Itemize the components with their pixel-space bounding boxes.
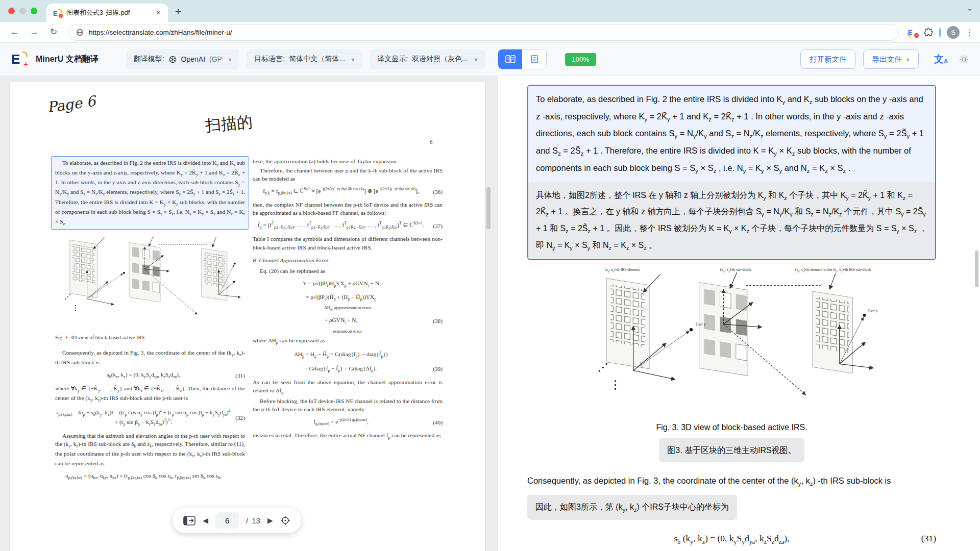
dual-pane-icon: [505, 55, 516, 63]
export-file-button[interactable]: 导出文件 ∨: [863, 49, 919, 69]
paper-para: Before blocking, the IoT device-IRS NF c…: [253, 397, 443, 413]
paper-para: As can be seen from the above equation, …: [253, 378, 443, 396]
model-label: 翻译模型:: [134, 55, 164, 64]
equation-31-body: sb (ky, kz) = (0, kySydya, kzSzdza),: [674, 533, 790, 543]
paper-equation: Y = ρ√(βPt)HpVXp + ρGVNi + N: [253, 279, 443, 289]
source-text-english: To elaborate, as described in Fig. 2 the…: [528, 86, 935, 182]
app-toolbar: E+ MinerU 文档翻译 翻译模型: OpenAI (GP ∨ 目标语言: …: [0, 43, 980, 76]
forward-button[interactable]: →: [26, 24, 43, 40]
selected-paragraph-block[interactable]: To elaborate, as described in Fig. 2 the…: [527, 85, 936, 260]
paper-equation: ΔHp = Hp − H̃p = G(diag{fp} − diag{f̃p}): [253, 350, 443, 360]
paper-equation: fp,(ny,nz) = e−j(2π/λ) rp,(ny,nz),(40): [253, 417, 443, 427]
figure-caption-english: Fig. 3. 3D view of block-based active IR…: [527, 423, 936, 432]
pinned-extension-divider: [939, 28, 941, 37]
left-pane-scrollbar[interactable]: [486, 187, 491, 229]
chevron-down-icon: ∨: [474, 57, 478, 62]
display-mode-label: 译文显示:: [377, 55, 408, 64]
paper-para: where ∀ky ∈ {−K̃y, … , K̃y} and ∀kz ∈ {−…: [55, 384, 245, 404]
equation-31: sb (ky, kz) = (0, kySydya, kzSzdza), (31…: [527, 533, 936, 546]
paper-equation: f̃p = [fTp,(−K̃y,−K̃z), … , fTp,(−K̃y,K̃…: [253, 221, 443, 231]
brightness-icon[interactable]: [959, 55, 969, 64]
back-button[interactable]: ←: [6, 24, 23, 40]
figure-label: (sy, sz)-th element in the (ky, kz)-th I…: [795, 267, 871, 273]
chevron-down-icon: ∨: [906, 57, 910, 62]
paragraph-english: Consequently, as depicted in Fig. 3, the…: [527, 473, 936, 489]
main-content: Page 6 扫描的 6 To elaborate, as described …: [0, 76, 980, 551]
site-globe-icon: [76, 29, 84, 36]
page-separator: /: [246, 516, 248, 525]
browser-menu-icon[interactable]: ⋮: [966, 28, 974, 37]
tab-strip: E✓ 图表和公式3-扫描.pdf × + ⌄: [0, 0, 980, 22]
view-mode-toggle: [498, 49, 547, 69]
translate-toggle-icon[interactable]: 文A: [934, 53, 948, 66]
paper-equation: = ρ√(βPt)(H̃p + (Hp − H̃p))VXp: [253, 293, 443, 303]
paper-para: Therefore, the channel between user p an…: [253, 166, 443, 183]
app-title: MinerU 文档翻译: [36, 54, 99, 65]
dual-pane-view-button[interactable]: [498, 49, 522, 69]
equation-31-number: (31): [921, 533, 936, 544]
chevron-down-icon: ∨: [228, 57, 232, 62]
paper-para: To elaborate, as described in Fig. 2 the…: [51, 156, 249, 230]
translated-text-chinese: 具体地，如图2所述，整个 IRS 在 y 轴和 z 轴上分别被划分为 Ky 和 …: [528, 182, 935, 259]
tab-title: 图表和公式3-扫描.pdf: [66, 8, 149, 17]
close-tab-icon[interactable]: ×: [154, 8, 163, 17]
close-window-button[interactable]: [8, 8, 15, 14]
next-page-button[interactable]: ▶: [267, 516, 273, 524]
paper-column-right: here, the approximation (a) holds becaus…: [253, 156, 443, 485]
source-pdf-pane: Page 6 扫描的 6 To elaborate, as described …: [0, 76, 498, 551]
open-new-file-button[interactable]: 打开新文件: [800, 49, 856, 69]
model-select[interactable]: 翻译模型: OpenAI (GP ∨: [126, 49, 240, 69]
paper-equation: + ρGVNi + N,(38): [253, 316, 443, 325]
figure-3-image: (ny, nz)-th IRS element (ky, kz)-th sub-…: [587, 268, 876, 418]
paper-note: estimation error: [253, 328, 443, 335]
selecttranslate-favicon-icon: E✓: [53, 9, 62, 17]
navbar-actions: E✓ S ⋮: [905, 26, 974, 39]
chevron-down-icon: ∨: [351, 57, 355, 62]
extensions-puzzle-icon[interactable]: [923, 28, 933, 37]
target-language-value: 简体中文（简体...: [289, 55, 345, 64]
paper-para: Assuming that the azimuth and elevation …: [55, 432, 245, 467]
address-bar[interactable]: https://selecttranslate.com/zhHans/file/…: [68, 24, 899, 41]
profile-avatar[interactable]: S: [947, 26, 960, 39]
page-navigation-bar: ◀ 6 / 13 ▶: [173, 508, 301, 533]
target-language-select[interactable]: 目标语言: 简体中文（简体... ∨: [247, 49, 362, 69]
paragraph-chinese: 因此，如图3所示，第 (ky, kz) 个IRS子块中心的坐标为: [527, 495, 737, 520]
handwritten-note: 扫描的: [204, 111, 253, 137]
reload-button[interactable]: ↻: [45, 24, 62, 40]
translate-extension-icon[interactable]: E✓: [908, 28, 917, 37]
total-pages: 13: [252, 516, 260, 525]
handwritten-page-title: Page 6: [46, 93, 96, 116]
figure-3-scan-image: [55, 234, 245, 329]
single-pane-view-button[interactable]: [522, 49, 546, 69]
paper-para: distances in total. Therefore, the entir…: [253, 431, 443, 441]
paper-equation: sb(ky, kz) = (0, kySydya, kzSzdza),(31): [55, 370, 245, 380]
translation-progress-badge: 100%: [565, 53, 596, 66]
browser-window: E✓ 图表和公式3-扫描.pdf × + ⌄ ← → ↻ https://sel…: [0, 0, 980, 551]
paper-equation: = Gdiag{fp − f̃p} = Gdiag{Δfp}.(39): [253, 364, 443, 374]
display-mode-select[interactable]: 译文显示: 双语对照（灰色... ∨: [370, 49, 485, 69]
paper-equation: rp,(ky,kz) = ‖up − sb(ky, kz)‖ = ((rp co…: [55, 408, 245, 428]
model-suffix: (GP: [209, 55, 222, 63]
export-file-label: 导出文件: [872, 55, 902, 64]
paper-caption: Fig. 3. 3D view of block-based active IR…: [55, 334, 245, 342]
right-pane-scrollbar[interactable]: [975, 251, 978, 287]
browser-tab[interactable]: E✓ 图表和公式3-扫描.pdf ×: [46, 4, 168, 22]
previous-page-button[interactable]: ◀: [203, 516, 208, 524]
minimize-window-button[interactable]: [19, 8, 26, 14]
tab-list-chevron-icon[interactable]: ⌄: [967, 4, 973, 12]
paper-para: Consequently, as depicted in Fig. 3, the…: [55, 348, 245, 366]
paper-equation: fp,k = fp,(ky,kz) ∈ ℂS×1 = [e−j(2π/λ)(−s…: [253, 187, 443, 196]
openai-logo-icon: [168, 55, 177, 64]
fullscreen-window-button[interactable]: [31, 8, 37, 14]
current-page-input[interactable]: 6: [215, 512, 239, 529]
page-total: / 13: [246, 516, 260, 525]
display-mode-value: 双语对照（灰色...: [412, 55, 468, 64]
new-tab-button[interactable]: +: [175, 6, 181, 18]
locate-sync-icon[interactable]: [280, 515, 290, 525]
paper-para: Table I compares the symbols and dimensi…: [253, 235, 443, 251]
paper-equation: up,(ky,kz) = (ukx, uky, ukz) = (rp,(ky,k…: [55, 471, 245, 481]
paper-para: where ΔHp can be expressed as: [253, 336, 443, 346]
paper-heading: B. Channel Approximation Error: [253, 256, 443, 264]
toggle-sidebar-icon[interactable]: [183, 516, 195, 525]
figure-user-label: User p: [696, 322, 706, 327]
